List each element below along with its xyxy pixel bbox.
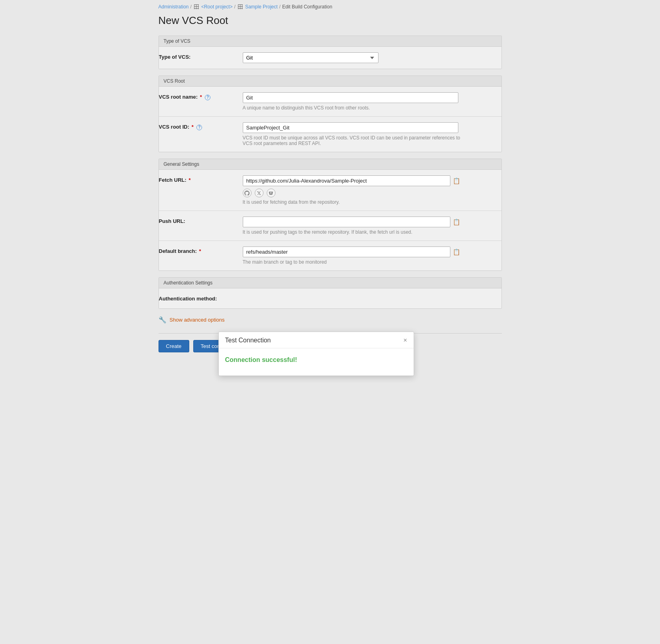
fetch-url-label: Fetch URL: * bbox=[159, 175, 243, 183]
default-branch-hint: The main branch or tag to be monitored bbox=[243, 259, 466, 265]
modal-title: Test Connection bbox=[225, 337, 271, 344]
default-branch-label: Default branch: * bbox=[159, 246, 243, 254]
bitbucket-icon[interactable] bbox=[267, 189, 275, 197]
modal-body: Connection successful! bbox=[219, 348, 414, 376]
page-title: New VCS Root bbox=[159, 14, 502, 27]
vcs-name-row: VCS root name: * ? A unique name to dist… bbox=[159, 87, 501, 117]
default-branch-input[interactable] bbox=[243, 246, 450, 257]
push-url-copy-icon[interactable]: 📋 bbox=[453, 219, 460, 226]
breadcrumb-sep2: / bbox=[234, 4, 236, 10]
auth-method-row: Authentication method: bbox=[159, 288, 501, 308]
show-advanced-label: Show advanced options bbox=[170, 317, 225, 323]
modal-header: Test Connection × bbox=[219, 332, 414, 348]
vcs-name-label: VCS root name: * ? bbox=[159, 92, 243, 100]
fetch-url-required: * bbox=[188, 177, 190, 183]
default-branch-field: 📋 The main branch or tag to be monitored bbox=[243, 246, 501, 265]
auth-settings-section: Authentication Settings Authentication m… bbox=[159, 277, 502, 309]
push-url-row: Push URL: 📋 It is used for pushing tags … bbox=[159, 211, 501, 241]
social-icons bbox=[243, 189, 501, 197]
fetch-url-field: 📋 It is used for fetching data fr bbox=[243, 175, 501, 205]
vcs-id-label: VCS root ID: * ? bbox=[159, 122, 243, 130]
general-settings-section: General Settings Fetch URL: * 📋 bbox=[159, 159, 502, 271]
github-icon[interactable] bbox=[243, 189, 252, 197]
vcs-type-row: Type of VCS: Git Mercurial Subversion Pe… bbox=[159, 47, 501, 69]
general-settings-header: General Settings bbox=[159, 159, 501, 170]
vcs-id-row: VCS root ID: * ? VCS root ID must be uni… bbox=[159, 117, 501, 152]
connection-success-message: Connection successful! bbox=[225, 356, 297, 363]
push-url-hint: It is used for pushing tags to the remot… bbox=[243, 229, 466, 235]
push-url-label: Push URL: bbox=[159, 217, 243, 224]
show-advanced-options[interactable]: 🔧 Show advanced options bbox=[159, 316, 502, 324]
push-url-input-row: 📋 bbox=[243, 217, 501, 227]
sample-project-icon bbox=[238, 4, 243, 9]
vcs-select-wrapper: Git Mercurial Subversion Perforce CVS TF… bbox=[243, 52, 501, 63]
vcs-type-label: Type of VCS: bbox=[159, 52, 243, 60]
test-connection-modal: Test Connection × Connection successful! bbox=[218, 332, 414, 376]
fetch-url-input[interactable] bbox=[243, 175, 450, 186]
breadcrumb-root-project[interactable]: <Root project> bbox=[201, 4, 233, 10]
breadcrumb-sample-project[interactable]: Sample Project bbox=[245, 4, 277, 10]
push-url-field: 📋 It is used for pushing tags to the rem… bbox=[243, 217, 501, 235]
vcs-id-field: VCS root ID must be unique across all VC… bbox=[243, 122, 501, 146]
root-project-icon bbox=[194, 4, 199, 9]
vcs-name-field: A unique name to distinguish this VCS ro… bbox=[243, 92, 501, 111]
breadcrumb-sep1: / bbox=[190, 4, 192, 10]
page-wrapper: Administration / <Root project> / Sample… bbox=[151, 0, 510, 368]
auth-settings-form: Authentication method: bbox=[159, 288, 501, 308]
vcs-root-section: VCS Root VCS root name: * ? A unique nam… bbox=[159, 76, 502, 152]
default-branch-row: Default branch: * 📋 The main branch or t… bbox=[159, 241, 501, 270]
fetch-url-row: Fetch URL: * 📋 bbox=[159, 170, 501, 211]
vcs-id-help-icon[interactable]: ? bbox=[196, 125, 202, 130]
default-branch-input-row: 📋 bbox=[243, 246, 501, 257]
vcs-type-select[interactable]: Git Mercurial Subversion Perforce CVS TF… bbox=[243, 52, 379, 63]
default-branch-required: * bbox=[199, 248, 201, 254]
fetch-url-copy-icon[interactable]: 📋 bbox=[453, 177, 460, 185]
vcs-type-field: Git Mercurial Subversion Perforce CVS TF… bbox=[243, 52, 501, 63]
vcs-root-form: VCS root name: * ? A unique name to dist… bbox=[159, 87, 501, 152]
vcs-name-help-icon[interactable]: ? bbox=[205, 95, 210, 100]
auth-method-label: Authentication method: bbox=[159, 294, 243, 302]
push-url-input[interactable] bbox=[243, 217, 450, 227]
breadcrumb-admin[interactable]: Administration bbox=[159, 4, 189, 10]
breadcrumb: Administration / <Root project> / Sample… bbox=[159, 4, 502, 10]
type-of-vcs-header: Type of VCS bbox=[159, 36, 501, 47]
vcs-name-input[interactable] bbox=[243, 92, 458, 103]
default-branch-copy-icon[interactable]: 📋 bbox=[453, 248, 460, 256]
general-settings-form: Fetch URL: * 📋 bbox=[159, 170, 501, 270]
type-of-vcs-form: Type of VCS: Git Mercurial Subversion Pe… bbox=[159, 47, 501, 69]
breadcrumb-current: Edit Build Configuration bbox=[282, 4, 332, 10]
vcs-root-header: VCS Root bbox=[159, 76, 501, 87]
type-of-vcs-section: Type of VCS Type of VCS: Git Mercurial S… bbox=[159, 36, 502, 69]
auth-settings-header: Authentication Settings bbox=[159, 278, 501, 288]
vcs-id-input[interactable] bbox=[243, 122, 458, 133]
vcs-id-required: * bbox=[192, 124, 194, 130]
fetch-url-hint: It is used for fetching data from the re… bbox=[243, 199, 466, 205]
vcs-name-required: * bbox=[200, 94, 202, 100]
vcs-name-hint: A unique name to distinguish this VCS ro… bbox=[243, 105, 466, 111]
modal-close-button[interactable]: × bbox=[403, 337, 407, 344]
create-button[interactable]: Create bbox=[159, 340, 189, 352]
vcs-id-hint: VCS root ID must be unique across all VC… bbox=[243, 135, 466, 146]
twitter-icon[interactable] bbox=[255, 189, 264, 197]
fetch-url-input-row: 📋 bbox=[243, 175, 501, 186]
breadcrumb-sep3: / bbox=[279, 4, 280, 10]
wrench-icon: 🔧 bbox=[159, 316, 166, 324]
